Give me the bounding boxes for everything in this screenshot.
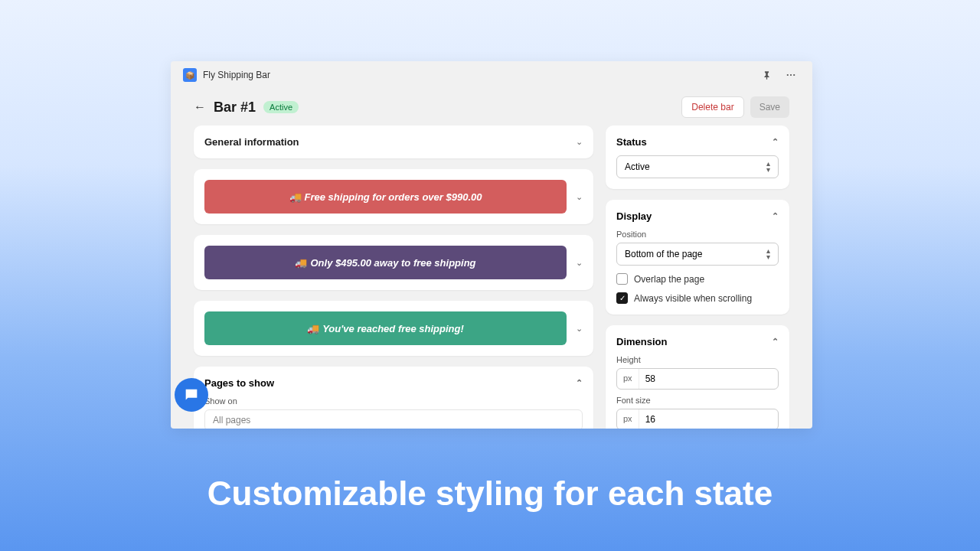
chevron-down-icon[interactable]: ⌄ — [576, 258, 583, 268]
position-label: Position — [616, 230, 779, 239]
pages-to-show-title: Pages to show — [204, 377, 274, 389]
overlap-checkbox[interactable] — [616, 273, 628, 285]
chevron-up-icon[interactable]: ⌃ — [772, 337, 779, 347]
bar-preview-card[interactable]: 🚚Only $495.00 away to free shipping⌄ — [194, 235, 593, 290]
app-actions-group — [757, 66, 800, 84]
general-info-card[interactable]: General information ⌄ — [194, 126, 593, 158]
chevron-down-icon[interactable]: ⌄ — [576, 324, 583, 334]
dimension-title: Dimension — [616, 336, 667, 347]
chevron-down-icon[interactable]: ⌄ — [576, 192, 583, 202]
chevron-up-icon[interactable]: ⌃ — [772, 137, 779, 147]
dimension-card: Dimension ⌃ Height px 58 Font size px 16 — [606, 325, 789, 429]
show-on-select[interactable]: All pages — [204, 409, 583, 429]
overlap-label: Overlap the page — [634, 274, 704, 285]
height-unit: px — [617, 369, 639, 389]
height-label: Height — [616, 355, 779, 364]
fontsize-label: Font size — [616, 396, 779, 405]
bar-preview-card[interactable]: 🚚Free shipping for orders over $990.00⌄ — [194, 169, 593, 224]
svg-point-2 — [793, 74, 795, 76]
back-arrow-icon[interactable]: ← — [194, 100, 206, 114]
chat-bubble-icon[interactable] — [175, 378, 208, 412]
select-sort-icon: ▴▾ — [766, 248, 770, 260]
pin-icon[interactable] — [757, 66, 776, 84]
height-value[interactable]: 58 — [639, 369, 778, 389]
chevron-down-icon: ⌄ — [576, 137, 583, 147]
app-title: Fly Shipping Bar — [203, 70, 757, 80]
always-visible-checkbox[interactable]: ✓ — [616, 292, 628, 304]
fontsize-input[interactable]: px 16 — [616, 409, 779, 429]
display-title: Display — [616, 210, 652, 222]
content: General information ⌄ 🚚Free shipping for… — [171, 126, 812, 429]
header-actions: Delete bar Save — [681, 96, 789, 118]
bar-preview-box: 🚚You've reached free shipping! — [204, 311, 567, 345]
position-select[interactable]: Bottom of the page ▴▾ — [616, 243, 779, 266]
more-icon[interactable] — [782, 66, 800, 84]
chevron-up-icon[interactable]: ⌃ — [772, 211, 779, 221]
save-button[interactable]: Save — [750, 96, 789, 118]
show-on-label: Show on — [204, 396, 583, 406]
status-card: Status ⌃ Active ▴▾ — [606, 126, 789, 189]
fontsize-unit: px — [617, 409, 639, 429]
fontsize-value[interactable]: 16 — [639, 409, 778, 429]
always-visible-label: Always visible when scrolling — [634, 293, 752, 304]
marketing-caption: Customizable styling for each state — [0, 474, 980, 513]
status-select[interactable]: Active ▴▾ — [616, 155, 779, 178]
bar-preview-box: 🚚Free shipping for orders over $990.00 — [204, 180, 567, 214]
delete-bar-button[interactable]: Delete bar — [681, 96, 743, 118]
chevron-up-icon[interactable]: ⌃ — [576, 378, 583, 388]
pages-to-show-card: Pages to show ⌃ Show on All pages — [194, 367, 593, 429]
app-icon: 📦 — [183, 68, 197, 82]
svg-point-1 — [790, 74, 792, 76]
app-window: 📦 Fly Shipping Bar ← Bar #1 Active Delet… — [171, 61, 812, 429]
left-column: General information ⌄ 🚚Free shipping for… — [194, 126, 593, 429]
display-card: Display ⌃ Position Bottom of the page ▴▾… — [606, 200, 789, 315]
status-badge: Active — [263, 101, 299, 113]
select-sort-icon: ▴▾ — [766, 161, 770, 173]
svg-point-0 — [787, 74, 789, 76]
always-visible-checkbox-row[interactable]: ✓ Always visible when scrolling — [616, 292, 779, 304]
page-title: Bar #1 — [214, 99, 256, 116]
right-column: Status ⌃ Active ▴▾ Display ⌃ Position Bo… — [606, 126, 789, 429]
bar-preview-box: 🚚Only $495.00 away to free shipping — [204, 246, 567, 279]
page-header: ← Bar #1 Active Delete bar Save — [171, 89, 812, 126]
status-title: Status — [616, 136, 647, 148]
height-input[interactable]: px 58 — [616, 368, 779, 390]
app-header: 📦 Fly Shipping Bar — [171, 61, 812, 89]
general-info-title: General information — [204, 136, 299, 148]
overlap-checkbox-row[interactable]: Overlap the page — [616, 273, 779, 285]
bar-preview-card[interactable]: 🚚You've reached free shipping!⌄ — [194, 301, 593, 356]
